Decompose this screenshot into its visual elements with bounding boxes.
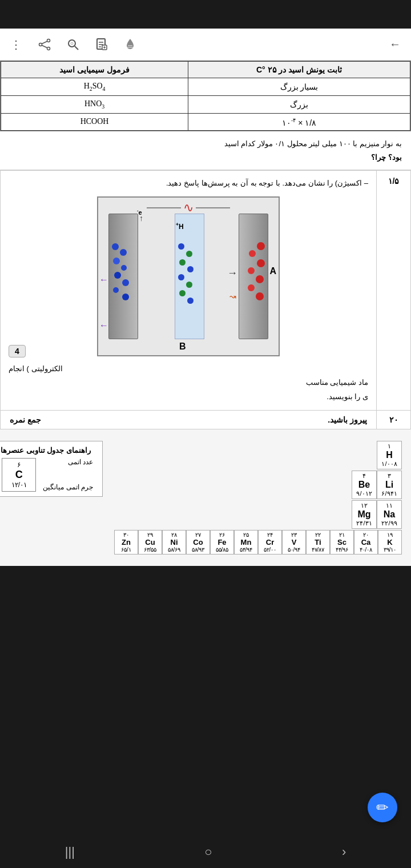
element-Zn: ۳۰ Zn ۶۵/۱ [114, 530, 138, 554]
question-text-2: بود؟ چرا؟ [9, 151, 402, 164]
element-Li: ۳ Li ۶/۹۴۱ [377, 471, 402, 499]
element-Be: ۴ Be ۹/۰۱۲ [352, 471, 377, 499]
status-bar [0, 0, 411, 29]
score-value: ۱/۵ [388, 176, 400, 186]
element-H: ۱ H ۱/۰۰۸ [377, 441, 402, 469]
period-4-row: ۱۹ K ۳۹/۱۰ ۲۰ Ca ۴۰/۰۸ ۲۱ Sc ۴۴/۹۶ ۲۲ Ti… [114, 530, 402, 554]
fab-button[interactable]: ✏ [368, 793, 397, 822]
svg-point-12 [47, 39, 50, 42]
sub-q3-text: ی را بنویسید. [9, 390, 368, 404]
periodic-table-left: ۱ H ۱/۰۰۸ ۳ Li ۶/۹۴۱ ۴ Be ۹/۰۱۲ [114, 441, 402, 554]
acid-formula-1: H2SO4 [1, 78, 188, 96]
element-Ti: ۲۲ Ti ۴۷/۸۷ [306, 530, 330, 554]
svg-point-13 [47, 47, 50, 50]
svg-line-16 [42, 45, 47, 48]
acid-formula-2: HNO3 [1, 95, 188, 113]
share-icon[interactable] [35, 35, 54, 54]
sub-q2-text: ماد شیمیایی مناسب [9, 376, 368, 390]
svg-line-15 [42, 41, 47, 44]
search-icon[interactable] [64, 35, 82, 54]
nav-home-button[interactable]: ○ [204, 845, 212, 859]
bottom-nav: ‹ ○ ||| [0, 836, 411, 868]
electro-diagram: ∿ e- ↑ H+ A [97, 196, 280, 356]
element-Ca: ۲۰ Ca ۴۰/۰۸ [354, 530, 378, 554]
element-K: ۱۹ K ۳۹/۱۰ [378, 530, 402, 554]
droplets-icon[interactable] [121, 35, 139, 54]
col-header-formula: فرمول سیمیایی اسید [1, 62, 188, 78]
svg-point-11 [71, 42, 73, 45]
wish-text: پیروز باشید. [328, 415, 367, 424]
electro-content: – اکسیژن) را نشان می‌دهد. با توجه به آن … [1, 171, 376, 410]
more-icon[interactable]: ⋮ [7, 35, 25, 54]
periodic-layout: ۱ H ۱/۰۰۸ ۳ Li ۶/۹۴۱ ۴ Be ۹/۰۱۲ [9, 441, 402, 554]
label-A: A [269, 266, 276, 276]
acid-table-wrapper: ثابت یونش اسید در ۲۵ °C فرمول سیمیایی اس… [0, 61, 411, 131]
legend-title: راهنمای جدول تناوبی عنصرها [0, 446, 93, 455]
question-text-1: به نوار منیزیم با ۱۰۰ میلی لیتر محلول ۰/… [9, 137, 402, 150]
acid-table: ثابت یونش اسید در ۲۵ °C فرمول سیمیایی اس… [1, 61, 410, 131]
element-Na: ۱۱ Na ۲۲/۹۹ [377, 500, 402, 529]
acid-constant-3: ۱/۸ × ۱۰-۴ [188, 113, 410, 131]
element-V: ۲۳ V ۵۰/۹۴ [282, 530, 306, 554]
sub-q1-text: الکترولیتی ) انجام [9, 362, 63, 376]
svg-point-9 [68, 40, 75, 47]
element-Co: ۲۷ Co ۵۸/۹۳ [186, 530, 210, 554]
footer-content: پیروز باشید. جمع نمره [1, 411, 376, 429]
question-section: به نوار منیزیم با ۱۰۰ میلی لیتر محلول ۰/… [0, 131, 411, 170]
nav-menu-button[interactable]: ||| [65, 845, 75, 859]
acid-formula-3: HCOOH [1, 113, 188, 131]
label-B: B [179, 341, 186, 352]
back-button[interactable]: ← [386, 35, 404, 54]
element-Fe: ۲۶ Fe ۵۵/۸۵ [210, 530, 234, 554]
number-badge: 4 [9, 345, 26, 357]
svg-point-14 [39, 43, 42, 46]
acid-constant-1: بسیار بزرگ [188, 78, 410, 96]
total-score: ۲۰ [376, 411, 410, 429]
period-3-row: ۱۱ Na ۲۲/۹۹ ۱۲ Mg ۲۴/۳۱ [114, 500, 402, 529]
score-column: ۱/۵ [376, 171, 410, 410]
electro-question-text: – اکسیژن) را نشان می‌دهد. با توجه به آن … [9, 176, 368, 191]
element-Sc: ۲۱ Sc ۴۴/۹۶ [330, 530, 354, 554]
element-Cu: ۲۹ Cu ۶۳/۵۵ [138, 530, 162, 554]
periodic-legend: راهنمای جدول تناوبی عنصرها عدد اتمی جرم … [0, 441, 103, 497]
legend-labels: عدد اتمی جرم اتمی میانگین [43, 458, 93, 491]
period-1-row: ۱ H ۱/۰۰۸ [114, 441, 402, 469]
period-2-row: ۳ Li ۶/۹۴۱ ۴ Be ۹/۰۱۲ [114, 471, 402, 499]
nav-back-button[interactable]: ‹ [342, 845, 346, 859]
svg-line-10 [75, 46, 78, 50]
acid-constant-2: بزرگ [188, 95, 410, 113]
element-Cr: ۲۴ Cr ۵۲/۰۰ [258, 530, 282, 554]
total-label: جمع نمره [10, 415, 41, 424]
col-header-constant: ثابت یونش اسید در ۲۵ °C [188, 62, 410, 78]
legend-sample-cell: ۶ C ۱۲/۰۱ [2, 458, 36, 492]
toolbar: ← [0, 29, 411, 61]
document-icon[interactable] [92, 35, 111, 54]
element-Mn: ۲۵ Mn ۵۴/۹۴ [234, 530, 258, 554]
electro-section: ۱/۵ – اکسیژن) را نشان می‌دهد. با توجه به… [0, 170, 411, 411]
element-Mg: ۱۲ Mg ۲۴/۳۱ [352, 500, 377, 529]
periodic-section: ۱ H ۱/۰۰۸ ۳ Li ۶/۹۴۱ ۴ Be ۹/۰۱۲ [0, 429, 411, 566]
diagram-wrapper: ∿ e- ↑ H+ A [9, 196, 368, 356]
element-Ni: ۲۸ Ni ۵۸/۶۹ [162, 530, 186, 554]
document-area: ثابت یونش اسید در ۲۵ °C فرمول سیمیایی اس… [0, 61, 411, 566]
footer-row: ۲۰ پیروز باشید. جمع نمره [0, 411, 411, 429]
